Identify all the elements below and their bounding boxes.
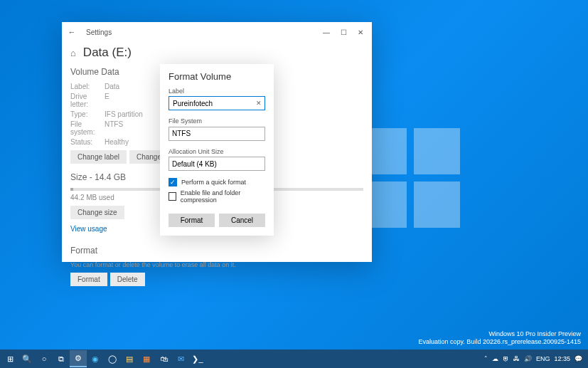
- chrome-icon[interactable]: ◯: [104, 350, 121, 367]
- label-field-label: Label: [169, 88, 265, 95]
- format-button[interactable]: Format: [70, 273, 107, 286]
- mail-icon[interactable]: ✉: [172, 350, 189, 367]
- notifications-icon[interactable]: 💬: [573, 355, 584, 362]
- windows-logo-wallpaper: [360, 128, 460, 228]
- maximize-button[interactable]: ☐: [335, 28, 352, 36]
- label-key: Label:: [70, 83, 105, 90]
- watermark-line1: Windows 10 Pro Insider Preview: [419, 330, 582, 339]
- filesystem-field-label: File System: [169, 117, 265, 125]
- format-desc: You can format or delete the volume to e…: [70, 261, 363, 268]
- explorer-icon[interactable]: ▤: [121, 350, 138, 367]
- watermark-line2: Evaluation copy. Build 20226.rs_prerelea…: [419, 338, 582, 347]
- fs-key: File system:: [70, 120, 105, 136]
- dialog-cancel-button[interactable]: Cancel: [219, 214, 265, 227]
- language-indicator[interactable]: ENG: [535, 355, 552, 362]
- minimize-button[interactable]: —: [318, 28, 335, 36]
- compression-checkbox[interactable]: [169, 192, 176, 201]
- settings-taskbar-icon[interactable]: ⚙: [70, 350, 87, 367]
- delete-button[interactable]: Delete: [110, 273, 145, 286]
- start-button[interactable]: ⊞: [1, 350, 18, 367]
- allocation-field-label: Allocation Unit Size: [169, 148, 265, 155]
- view-usage-link[interactable]: View usage: [70, 225, 107, 233]
- cortana-icon[interactable]: ○: [36, 350, 53, 367]
- drive-val: E: [105, 93, 109, 108]
- clear-input-icon[interactable]: ✕: [256, 100, 262, 107]
- format-volume-dialog: Format Volume Label ✕ File System NTFS A…: [160, 64, 274, 236]
- onedrive-icon[interactable]: ☁: [491, 355, 500, 362]
- back-button[interactable]: ←: [65, 28, 79, 36]
- vmware-icon[interactable]: ▦: [138, 350, 155, 367]
- format-heading: Format: [70, 246, 363, 256]
- security-icon[interactable]: ⛨: [501, 355, 511, 362]
- compression-label: Enable file and folder compression: [181, 189, 265, 204]
- network-icon[interactable]: 🖧: [512, 355, 521, 362]
- fs-val: NTFS: [105, 120, 123, 136]
- home-icon[interactable]: ⌂: [70, 48, 76, 58]
- watermark: Windows 10 Pro Insider Preview Evaluatio…: [419, 330, 582, 347]
- terminal-icon[interactable]: ❯_: [189, 350, 206, 367]
- label-val: Data: [105, 83, 119, 90]
- titlebar: ← Settings — ☐ ✕: [62, 22, 372, 42]
- task-view-icon[interactable]: ⧉: [53, 350, 70, 367]
- tray-chevron-icon[interactable]: ˄: [483, 355, 489, 362]
- taskbar: ⊞ 🔍 ○ ⧉ ⚙ ◉ ◯ ▤ ▦ 🛍 ✉ ❯_ ˄ ☁ ⛨ 🖧 🔊 ENG 1…: [0, 349, 588, 368]
- dialog-format-button[interactable]: Format: [169, 214, 215, 227]
- status-val: Healthy: [105, 138, 129, 146]
- drive-key: Drive letter:: [70, 93, 105, 108]
- change-size-button[interactable]: Change size: [70, 206, 124, 219]
- type-val: IFS partition: [105, 110, 143, 118]
- system-tray: ˄ ☁ ⛨ 🖧 🔊 ENG 12:35 💬: [480, 355, 587, 362]
- quick-format-checkbox[interactable]: ✓: [169, 178, 177, 186]
- store-icon[interactable]: 🛍: [155, 350, 172, 367]
- clock[interactable]: 12:35: [552, 355, 572, 362]
- type-key: Type:: [70, 110, 105, 118]
- edge-icon[interactable]: ◉: [87, 350, 104, 367]
- close-button[interactable]: ✕: [352, 28, 369, 36]
- window-app-name: Settings: [86, 28, 318, 36]
- status-key: Status:: [70, 138, 105, 146]
- volume-icon[interactable]: 🔊: [523, 355, 533, 362]
- label-input[interactable]: [169, 97, 264, 110]
- allocation-select[interactable]: Default (4 KB): [169, 157, 265, 171]
- search-icon[interactable]: 🔍: [18, 350, 36, 367]
- quick-format-label: Perform a quick format: [181, 179, 246, 186]
- filesystem-select[interactable]: NTFS: [169, 127, 265, 141]
- dialog-title: Format Volume: [169, 71, 265, 82]
- page-title: Data (E:): [83, 46, 132, 60]
- change-label-button[interactable]: Change label: [70, 150, 127, 164]
